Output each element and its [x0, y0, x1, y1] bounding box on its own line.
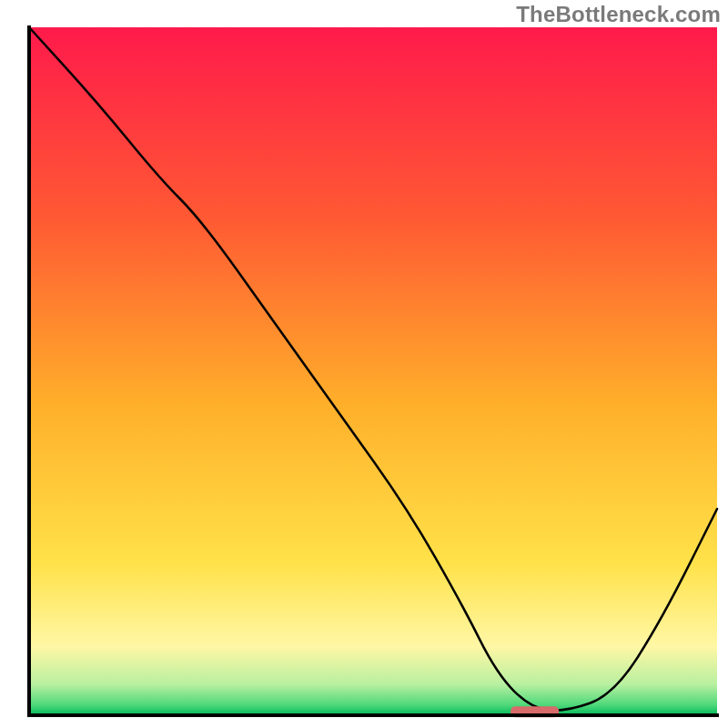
watermark-text: TheBottleneck.com [516, 2, 721, 27]
bottleneck-chart [0, 0, 728, 728]
gradient-background [29, 27, 717, 715]
chart-container: TheBottleneck.com [0, 0, 728, 728]
